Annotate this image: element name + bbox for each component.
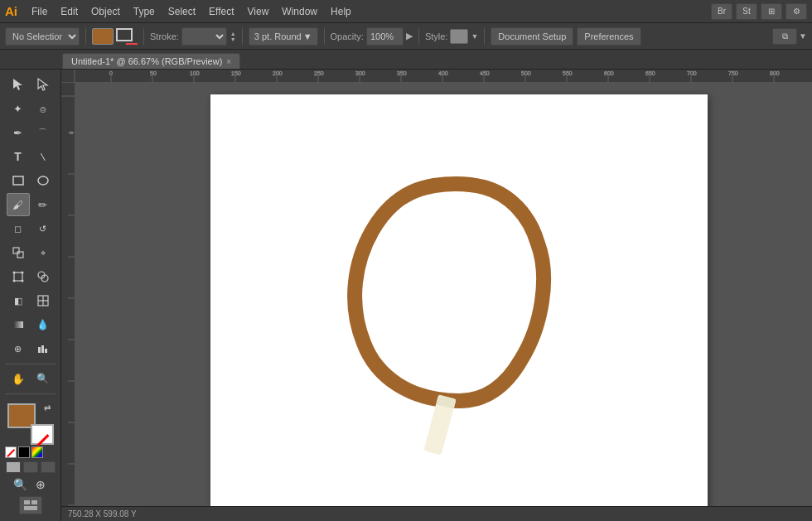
- style-swatch[interactable]: [450, 29, 468, 44]
- scale-tool-btn[interactable]: [7, 241, 30, 264]
- eyedropper-tool-btn[interactable]: 💧: [31, 313, 55, 336]
- stroke-label-group: Stroke: ▲▼: [150, 27, 236, 46]
- style-label: Style:: [425, 31, 448, 41]
- menu-object[interactable]: Object: [85, 3, 126, 20]
- svg-text:450: 450: [480, 70, 490, 76]
- document-tab[interactable]: Untitled-1* @ 66.67% (RGB/Preview) ×: [62, 53, 240, 69]
- artwork-canvas[interactable]: [210, 94, 708, 517]
- style-group: Style: ▼: [425, 29, 478, 44]
- menu-help[interactable]: Help: [325, 3, 357, 20]
- free-transform-btn[interactable]: [7, 265, 30, 288]
- fill-swatch[interactable]: [92, 28, 114, 45]
- svg-text:800: 800: [770, 70, 780, 76]
- warp-tool-btn[interactable]: ⌖: [31, 241, 55, 264]
- lasso-tool-btn[interactable]: ⌾: [31, 97, 55, 120]
- svg-text:150: 150: [231, 70, 241, 76]
- menu-edit[interactable]: Edit: [55, 3, 84, 20]
- zoom-tool-btn[interactable]: 🔍: [31, 367, 55, 390]
- direct-selection-tool-btn[interactable]: [31, 73, 55, 96]
- svg-text:650: 650: [645, 70, 655, 76]
- svg-rect-18: [41, 345, 44, 353]
- menu-view[interactable]: View: [242, 3, 275, 20]
- eraser-tool-btn[interactable]: ◻: [7, 217, 30, 240]
- arrange-arrow[interactable]: ▼: [799, 31, 807, 41]
- toolbox: ✦ ⌾ ✒ ⌒ T /: [0, 70, 61, 521]
- opacity-input[interactable]: [366, 27, 404, 46]
- menu-type[interactable]: Type: [128, 3, 161, 20]
- fill-stroke-section: ⇄ 🔍 ⊕: [2, 400, 59, 518]
- gradient-tool-btn[interactable]: [7, 313, 30, 336]
- none-swatch[interactable]: [5, 446, 17, 458]
- grid-icon-btn[interactable]: ⊞: [761, 3, 782, 20]
- tool-row-1: [2, 73, 59, 96]
- preferences-button[interactable]: Preferences: [577, 27, 640, 46]
- overprint-view-btn[interactable]: [41, 461, 56, 473]
- canvas-area[interactable]: 0 50 100 150 200 250 300 350 400 450 500…: [61, 70, 812, 521]
- rotate-tool-btn[interactable]: ↺: [31, 217, 55, 240]
- swap-fill-stroke-icon[interactable]: ⇄: [44, 403, 54, 413]
- sep-3: [242, 28, 243, 45]
- svg-rect-6: [14, 273, 22, 281]
- svg-text:50: 50: [150, 70, 157, 76]
- style-arrow[interactable]: ▼: [471, 32, 478, 41]
- view-mode-row: [5, 461, 56, 473]
- curvature-tool-btn[interactable]: ⌒: [31, 121, 55, 144]
- zoom-out-btn[interactable]: ⊕: [31, 476, 50, 493]
- stroke-weight-display[interactable]: 3 pt. Round ▼: [249, 27, 318, 46]
- mesh-tool-btn[interactable]: [31, 289, 55, 312]
- ellipse-tool-btn[interactable]: [31, 169, 55, 192]
- tool-row-2: ✦ ⌾: [2, 97, 59, 120]
- tool-row-9: [2, 265, 59, 288]
- bridge-icon-btn[interactable]: Br: [711, 3, 732, 20]
- arrange-icon-btn[interactable]: ⧉: [772, 28, 797, 45]
- toolbox-sep-2: [5, 393, 56, 394]
- svg-rect-19: [45, 349, 47, 353]
- status-bar: 750.28 X 599.08 Y: [61, 506, 812, 521]
- perspective-grid-btn[interactable]: ◧: [7, 289, 30, 312]
- black-white-swatch[interactable]: [18, 446, 30, 458]
- stroke-label: Stroke:: [150, 31, 179, 41]
- menu-effect[interactable]: Effect: [203, 3, 239, 20]
- stroke-weight-arrow: ▼: [303, 31, 312, 41]
- arrange-panels-btn[interactable]: [19, 496, 42, 514]
- color-swatch[interactable]: [31, 446, 43, 458]
- hand-tool-btn[interactable]: ✋: [7, 367, 30, 390]
- sep-4: [324, 28, 325, 45]
- svg-point-9: [12, 280, 15, 282]
- svg-rect-17: [38, 347, 41, 353]
- paintbrush-tool-btn[interactable]: 🖌: [7, 193, 30, 216]
- tool-row-11: 💧: [2, 313, 59, 336]
- coordinates-display: 750.28 X 599.08 Y: [68, 509, 137, 519]
- opacity-arrow[interactable]: ▶: [406, 31, 413, 41]
- pen-tool-btn[interactable]: ✒: [7, 121, 30, 144]
- blend-tool-btn[interactable]: ⊕: [7, 337, 30, 360]
- tab-close-button[interactable]: ×: [226, 57, 231, 66]
- line-tool-btn[interactable]: /: [31, 145, 55, 168]
- selection-dropdown[interactable]: No Selection: [5, 27, 80, 46]
- stock-icon-btn[interactable]: St: [736, 3, 757, 20]
- rectangle-tool-btn[interactable]: [7, 169, 30, 192]
- outline-view-btn[interactable]: [23, 461, 38, 473]
- tool-row-4: T /: [2, 145, 59, 168]
- menu-window[interactable]: Window: [276, 3, 323, 20]
- stroke-spinner[interactable]: ▲▼: [230, 31, 236, 42]
- chart-tool-btn[interactable]: [31, 337, 55, 360]
- stroke-select[interactable]: [181, 27, 227, 46]
- menu-file[interactable]: File: [26, 3, 53, 20]
- shape-builder-btn[interactable]: [31, 265, 55, 288]
- fill-stroke-area: ⇄: [7, 403, 54, 445]
- type-tool-btn[interactable]: T: [7, 145, 30, 168]
- menu-select[interactable]: Select: [162, 3, 201, 20]
- tool-row-8: ⌖: [2, 241, 59, 264]
- normal-view-btn[interactable]: [6, 461, 21, 473]
- magic-wand-tool-btn[interactable]: ✦: [7, 97, 30, 120]
- selection-tool-btn[interactable]: [7, 73, 30, 96]
- pencil-tool-btn[interactable]: ✏: [31, 193, 55, 216]
- gear-icon-btn[interactable]: ⚙: [785, 3, 807, 20]
- stroke-indicator[interactable]: [116, 28, 138, 45]
- stroke-color-swatch[interactable]: [31, 424, 54, 445]
- zoom-in-btn[interactable]: 🔍: [11, 476, 29, 493]
- document-setup-button[interactable]: Document Setup: [491, 27, 573, 46]
- stroke-weight-value: 3 pt. Round: [254, 31, 302, 41]
- svg-marker-1: [38, 79, 47, 90]
